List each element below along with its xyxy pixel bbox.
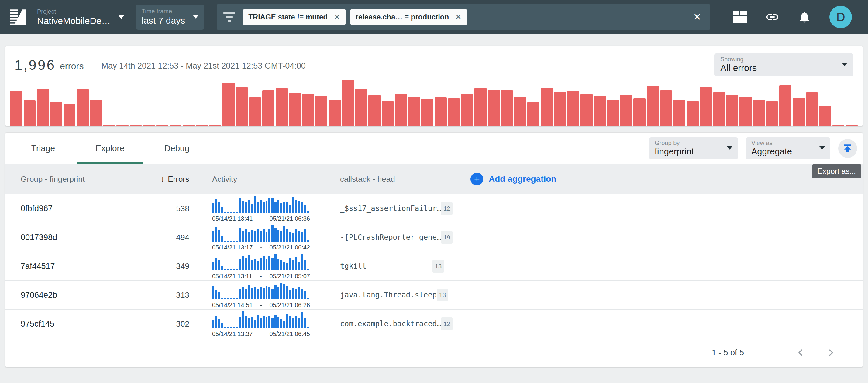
view-as-label: View as (751, 140, 792, 147)
fingerprint-value[interactable]: 7af44517 (21, 262, 55, 271)
sparkline-bars (212, 282, 310, 299)
timeframe-label: Time frame (142, 8, 185, 15)
sparkline-date-range: 05/14/21 13:37 - 05/21/21 06:45 (212, 330, 310, 338)
explore-card: Triage Explore Debug Group by fingerprin… (5, 133, 863, 367)
previous-page-icon[interactable] (793, 345, 808, 360)
filter-chip-triage-state[interactable]: TRIAGE state != muted ✕ (243, 9, 346, 25)
add-aggregation-button[interactable]: + Add aggregation (458, 173, 556, 185)
project-value: NativeMobileDe… (37, 15, 111, 26)
date-range: May 14th 2021 12:53 - May 21st 2021 12:5… (101, 61, 305, 71)
export-tooltip: Export as... (812, 164, 861, 178)
table-row[interactable]: 7af44517 349 05/14/21 13:11 - 05/21/21 0… (5, 252, 863, 281)
export-upload-icon (842, 143, 854, 154)
pagination-range: 1 - 5 of 5 (711, 348, 744, 357)
frame-count-badge: 12 (441, 317, 453, 330)
plus-circle-icon: + (470, 173, 483, 185)
tab-debug[interactable]: Debug (144, 133, 210, 164)
errors-count-value: 349 (176, 262, 189, 271)
activity-start: 05/14/21 13:41 (212, 215, 253, 222)
table-row[interactable]: 0fbfd967 538 05/14/21 13:41 - 05/21/21 0… (5, 194, 863, 223)
sparkline-bars (212, 310, 310, 328)
errors-count-value: 538 (176, 204, 189, 213)
callstack-head-value[interactable]: tgkill (340, 262, 367, 270)
errors-summary-card: 1,996 errors May 14th 2021 12:53 - May 2… (5, 46, 863, 126)
callstack-head-value[interactable]: java.lang.Thread.sleep (340, 291, 437, 299)
activity-separator: - (260, 330, 262, 338)
add-aggregation-header: + Add aggregation (458, 164, 863, 194)
top-bar: Project NativeMobileDe… Time frame last … (0, 0, 868, 34)
showing-label: Showing (720, 56, 757, 63)
column-header-errors-label: Errors (168, 175, 189, 184)
fingerprint-value[interactable]: 0017398d (21, 233, 57, 242)
share-link-icon[interactable] (765, 10, 780, 24)
column-header-errors[interactable]: ↓ Errors (131, 164, 204, 194)
backtrace-logo-icon (8, 7, 28, 27)
filter-chip-release-channel[interactable]: release.cha… = production ✕ (350, 9, 467, 25)
activity-end: 05/21/21 06:42 (270, 244, 310, 251)
next-page-icon[interactable] (824, 345, 838, 360)
sparkline-date-range: 05/14/21 13:41 - 05/21/21 06:36 (212, 215, 310, 222)
frame-count-badge: 12 (441, 202, 453, 215)
table-row[interactable]: 0017398d 494 05/14/21 13:17 - 05/21/21 0… (5, 223, 863, 252)
user-avatar[interactable]: D (829, 6, 852, 28)
activity-sparkline[interactable]: 05/14/21 13:41 - 05/21/21 06:36 (212, 195, 310, 222)
activity-start: 05/14/21 13:11 (212, 273, 252, 280)
fingerprint-value[interactable]: 97064e2b (21, 290, 57, 300)
sparkline-date-range: 05/14/21 13:11 - 05/21/21 05:07 (212, 273, 310, 280)
fingerprint-value[interactable]: 0fbfd967 (21, 204, 53, 213)
callstack-head-value[interactable]: _$ss17_assertionFailur… (340, 204, 441, 213)
activity-sparkline[interactable]: 05/14/21 13:17 - 05/21/21 06:42 (212, 224, 310, 251)
activity-sparkline[interactable]: 05/14/21 13:37 - 05/21/21 06:45 (212, 310, 310, 338)
chevron-down-icon (727, 146, 733, 150)
callstack-head-value[interactable]: -[PLCrashReporter gene… (340, 233, 441, 242)
activity-separator: - (260, 273, 262, 280)
remove-filter-icon[interactable]: ✕ (455, 12, 462, 22)
group-by-dropdown[interactable]: Group by fingerprint (649, 137, 738, 159)
activity-sparkline[interactable]: 05/14/21 13:11 - 05/21/21 05:07 (212, 253, 310, 280)
frame-count-badge: 19 (441, 231, 453, 244)
project-selector[interactable]: Project NativeMobileDe… (37, 8, 124, 26)
activity-separator: - (260, 244, 262, 251)
filter-chip-label: release.cha… = production (355, 13, 449, 21)
fingerprint-value[interactable]: 975cf145 (21, 319, 54, 329)
add-aggregation-label: Add aggregation (489, 174, 556, 184)
column-header-callstack[interactable]: callstack - head (329, 164, 458, 194)
summary-row: 1,996 errors May 14th 2021 12:53 - May 2… (5, 46, 863, 79)
column-header-fingerprint[interactable]: Group - fingerprint (5, 164, 131, 194)
export-button[interactable] (838, 139, 857, 158)
filter-bar[interactable]: TRIAGE state != muted ✕ release.cha… = p… (217, 4, 710, 30)
error-count-suffix: errors (60, 61, 84, 71)
dashboard-layout-icon[interactable] (733, 10, 747, 24)
timeframe-selector[interactable]: Time frame last 7 days (136, 5, 204, 30)
tab-explore[interactable]: Explore (76, 133, 144, 164)
error-count: 1,996 (14, 57, 56, 73)
group-by-label: Group by (655, 140, 694, 147)
callstack-head-value[interactable]: com.example.backtraced… (340, 320, 441, 328)
table-row[interactable]: 97064e2b 313 05/14/21 14:51 - 05/21/21 0… (5, 281, 863, 310)
table-body: 0fbfd967 538 05/14/21 13:41 - 05/21/21 0… (5, 194, 863, 338)
activity-sparkline[interactable]: 05/14/21 14:51 - 05/21/21 06:26 (212, 282, 310, 309)
errors-histogram[interactable] (5, 80, 863, 126)
chevron-down-icon (819, 146, 825, 150)
view-as-dropdown[interactable]: View as Aggregate (746, 137, 830, 159)
activity-separator: - (260, 215, 262, 222)
table-row[interactable]: 975cf145 302 05/14/21 13:37 - 05/21/21 0… (5, 310, 863, 338)
table-header: Group - fingerprint ↓ Errors Activity ca… (5, 164, 863, 194)
showing-value: All errors (720, 63, 757, 73)
showing-dropdown[interactable]: Showing All errors (714, 54, 854, 76)
filter-icon[interactable] (223, 12, 235, 22)
remove-filter-icon[interactable]: ✕ (334, 12, 340, 22)
frame-count-badge: 13 (437, 289, 448, 301)
sparkline-date-range: 05/14/21 14:51 - 05/21/21 06:26 (212, 302, 310, 309)
topbar-actions: D (733, 6, 852, 28)
clear-filters-icon[interactable]: ✕ (690, 11, 704, 23)
notifications-bell-icon[interactable] (797, 10, 812, 24)
tab-triage[interactable]: Triage (10, 133, 76, 164)
column-header-activity[interactable]: Activity (204, 164, 329, 194)
chevron-down-icon (193, 15, 198, 19)
activity-start: 05/14/21 13:17 (212, 244, 253, 251)
filter-chip-label: TRIAGE state != muted (248, 13, 328, 21)
activity-end: 05/21/21 05:07 (270, 273, 310, 280)
view-as-value: Aggregate (751, 147, 792, 156)
sort-desc-icon[interactable]: ↓ (160, 174, 165, 184)
